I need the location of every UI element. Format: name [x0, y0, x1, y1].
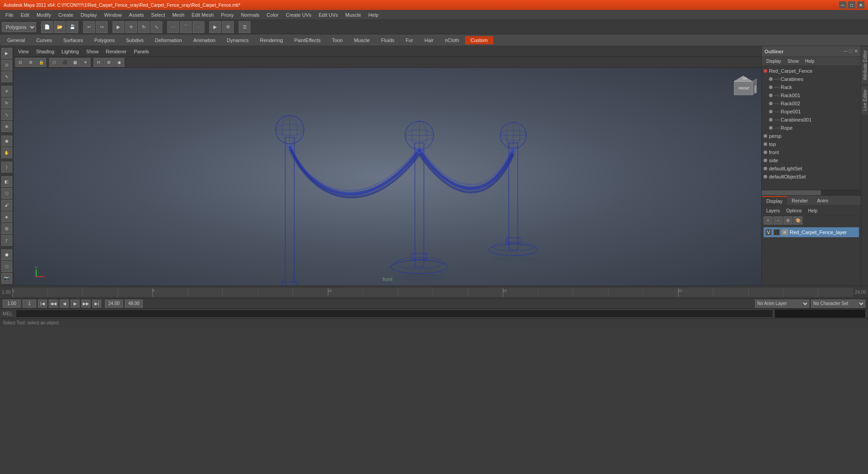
layer-row[interactable]: V R Red_Carpet_Fence_layer — [764, 227, 859, 237]
outliner-item[interactable]: defaultObjectSet — [762, 173, 861, 181]
outliner-item[interactable]: ─○Rope001 — [762, 108, 861, 116]
timeline-ruler[interactable]: 15101520 — [12, 288, 853, 297]
outliner-item[interactable]: top — [762, 140, 861, 148]
module-tab-subdivs[interactable]: Subdivs — [121, 36, 149, 44]
module-tab-fluids[interactable]: Fluids — [376, 36, 400, 44]
menu-item-edit[interactable]: Edit — [17, 11, 33, 19]
module-tab-surfaces[interactable]: Surfaces — [58, 36, 88, 44]
sculpt-tool[interactable]: ✋ — [1, 147, 12, 158]
close-button[interactable]: ✕ — [857, 1, 864, 9]
step-back-button[interactable]: ◀◀ — [49, 300, 58, 308]
move-tool-left[interactable]: ✛ — [1, 86, 12, 97]
scale-tool-button[interactable]: ⤡ — [151, 21, 162, 33]
delete-layer-button[interactable]: − — [774, 216, 783, 225]
layer-name[interactable]: Red_Carpet_Fence_layer — [790, 230, 847, 235]
outliner-menu-display[interactable]: Display — [764, 58, 784, 65]
show-manip[interactable]: ⟩ — [1, 162, 12, 173]
select-tool-button[interactable]: ▶ — [113, 21, 124, 33]
module-tab-fur[interactable]: Fur — [400, 36, 419, 44]
module-tab-hair[interactable]: Hair — [419, 36, 439, 44]
paint-effects[interactable]: 🖌 — [1, 200, 12, 211]
module-tab-toon[interactable]: Toon — [326, 36, 348, 44]
module-tab-rendering[interactable]: Rendering — [255, 36, 288, 44]
outliner-item[interactable]: front — [762, 148, 861, 156]
viewport-menu-lighting[interactable]: Lighting — [59, 48, 82, 55]
outliner-item[interactable]: ─○Rack002 — [762, 99, 861, 108]
universal-manip[interactable]: ⊕ — [1, 121, 12, 132]
snap-point-button[interactable]: · — [193, 21, 204, 33]
outliner-maximize-button[interactable]: □ — [849, 48, 852, 54]
menu-item-file[interactable]: File — [2, 11, 17, 19]
menu-item-create uvs[interactable]: Create UVs — [282, 11, 315, 19]
layer-options-button[interactable]: ⚙ — [783, 216, 793, 225]
attr-sub-tab-layers[interactable]: Layers — [764, 207, 783, 214]
menu-item-create[interactable]: Create — [55, 11, 77, 19]
texture-button[interactable]: ▦ — [70, 58, 80, 67]
hypershade[interactable]: ⬡ — [1, 188, 12, 199]
scale-tool-left[interactable]: ⤡ — [1, 109, 12, 120]
new-layer-button[interactable]: + — [764, 216, 773, 225]
menu-item-select[interactable]: Select — [147, 11, 169, 19]
module-tab-curves[interactable]: Curves — [31, 36, 57, 44]
menu-item-display[interactable]: Display — [77, 11, 100, 19]
create-polygon[interactable]: ⬟ — [1, 249, 12, 260]
mel-input[interactable] — [16, 310, 773, 318]
attr-tab-display[interactable]: Display — [762, 196, 787, 205]
outliner-item[interactable]: ─○Rack001 — [762, 91, 861, 99]
menu-item-proxy[interactable]: Proxy — [217, 11, 237, 19]
menu-item-color[interactable]: Color — [263, 11, 282, 19]
anim-layer-select[interactable]: No Anim Layer — [755, 300, 809, 308]
lock-camera-button[interactable]: 🔒 — [36, 58, 46, 67]
playback-start-frame[interactable] — [3, 300, 21, 308]
view-cube[interactable]: FRONT TOP RIGHT — [730, 72, 757, 99]
attr-sub-tab-options[interactable]: Options — [783, 207, 804, 214]
create-nurbs[interactable]: ⬡ — [1, 261, 12, 272]
show-outliner-button[interactable]: ☰ — [239, 21, 250, 33]
module-tab-painteffects[interactable]: PaintEffects — [289, 36, 326, 44]
outliner-item[interactable]: ─○Carabines — [762, 75, 861, 83]
soft-select[interactable]: ◉ — [1, 136, 12, 146]
outliner-close-button[interactable]: ✕ — [854, 48, 858, 54]
module-tab-custom[interactable]: Custom — [465, 36, 493, 44]
outliner-item[interactable]: ─○Rack — [762, 83, 861, 91]
attr-editor-tab[interactable]: Attribute Editor — [861, 46, 868, 84]
attr-tab-render[interactable]: Render — [787, 197, 812, 205]
move-tool-button[interactable]: ✛ — [125, 21, 137, 33]
render-button[interactable]: ▶ — [209, 21, 221, 33]
outliner-scrollbar[interactable] — [762, 190, 861, 195]
play-forward-button[interactable]: ▶ — [71, 300, 80, 308]
live-editor-tab[interactable]: Live Editor — [861, 85, 868, 114]
outliner-minimize-button[interactable]: ─ — [844, 48, 848, 54]
select-tool-left[interactable]: ▶ — [1, 48, 12, 59]
lighting-button[interactable]: ☀ — [80, 58, 90, 67]
layer-visibility-check[interactable]: V — [765, 229, 772, 235]
menu-item-edit mesh[interactable]: Edit Mesh — [188, 11, 217, 19]
save-scene-button[interactable]: 💾 — [66, 21, 78, 33]
outliner-item[interactable]: ─○Carabines001 — [762, 116, 861, 124]
outliner-menu-show[interactable]: Show — [785, 58, 802, 65]
wireframe-button[interactable]: ⬡ — [49, 58, 59, 67]
viewport-menu-shading[interactable]: Shading — [33, 48, 57, 55]
blend-shape[interactable]: ⊞ — [1, 223, 12, 234]
layer-color-button[interactable]: 🎨 — [793, 216, 802, 225]
viewport-canvas[interactable]: FRONT TOP RIGHT X Y front — [14, 68, 761, 286]
new-scene-button[interactable]: 📄 — [41, 21, 53, 33]
module-tab-general[interactable]: General — [2, 36, 30, 44]
open-scene-button[interactable]: 📂 — [54, 21, 66, 33]
attr-tab-anim[interactable]: Anim — [812, 197, 833, 205]
camera-settings-button[interactable]: ⚙ — [26, 58, 36, 67]
go-to-start-button[interactable]: |◀ — [38, 300, 47, 308]
module-tab-animation[interactable]: Animation — [188, 36, 221, 44]
current-frame-input[interactable] — [23, 300, 36, 308]
render-settings-button[interactable]: ⚙ — [222, 21, 234, 33]
menu-item-mesh[interactable]: Mesh — [169, 11, 188, 19]
create-camera[interactable]: 📷 — [1, 273, 12, 284]
viewport-menu-view[interactable]: View — [15, 48, 32, 55]
snap-grid-button[interactable]: ⋯ — [167, 21, 179, 33]
undo-button[interactable]: ↩ — [83, 21, 95, 33]
playback-end-frame[interactable] — [105, 300, 123, 308]
renderer-select[interactable]: Polygons — [2, 22, 36, 32]
render-view[interactable]: ◧ — [1, 176, 12, 187]
paint-select-tool[interactable]: ✎ — [1, 71, 12, 82]
snap-curve-button[interactable]: ⌒ — [180, 21, 192, 33]
